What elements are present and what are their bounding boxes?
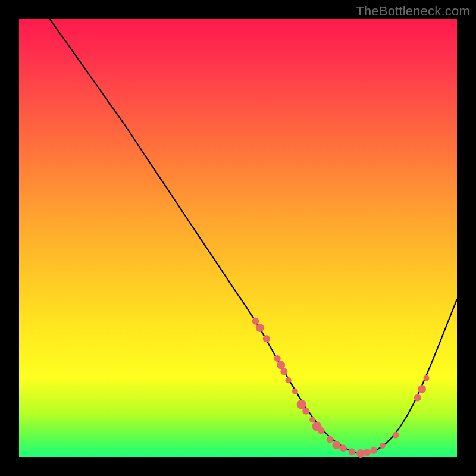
data-marker	[277, 361, 285, 369]
data-marker	[370, 447, 377, 454]
data-markers	[252, 318, 429, 458]
watermark-text: TheBottleneck.com	[356, 4, 470, 19]
data-marker	[356, 449, 365, 458]
data-marker	[302, 408, 309, 415]
data-marker	[274, 355, 281, 362]
data-marker	[418, 385, 426, 393]
data-marker	[348, 448, 355, 455]
data-marker	[309, 416, 315, 422]
data-marker	[340, 444, 347, 452]
data-marker	[256, 324, 264, 332]
bottleneck-curve	[50, 19, 458, 453]
data-marker	[327, 436, 334, 443]
data-marker	[318, 427, 325, 434]
data-marker	[280, 368, 287, 375]
data-marker	[286, 377, 292, 383]
data-marker	[393, 432, 399, 439]
data-marker	[292, 389, 298, 394]
data-marker	[424, 375, 430, 381]
chart-plot-area	[19, 19, 457, 457]
data-marker	[414, 394, 421, 402]
chart-svg	[19, 19, 457, 457]
data-marker	[364, 449, 371, 456]
data-marker	[263, 335, 270, 342]
data-marker	[380, 443, 386, 449]
data-marker	[252, 318, 259, 325]
data-marker	[333, 441, 341, 449]
